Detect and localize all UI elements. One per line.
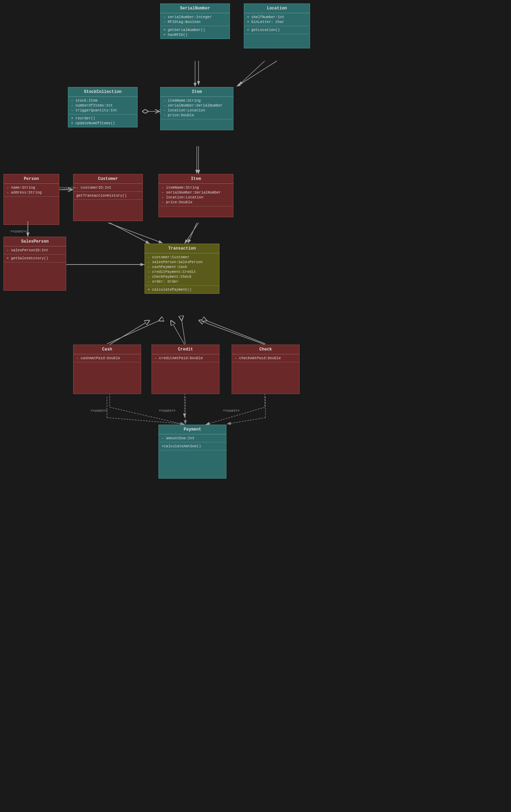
svg-line-13 [171, 320, 185, 345]
class-stock-collection-header: StockCollection [68, 87, 137, 97]
class-person-header: Person [4, 174, 59, 184]
class-sales-person-header: SalesPerson [4, 237, 66, 246]
class-check-empty [232, 362, 299, 394]
class-serial-number: SerialNumber - serialNumber:Integer - RF… [160, 3, 230, 39]
class-location: Location + shelfNumber:Int + binLetter: … [244, 3, 310, 48]
class-payment: Payment - amountDue:Int +calculateAmtDue… [158, 425, 226, 479]
class-person-attrs: - name:String - address:String [4, 184, 59, 197]
class-person: Person - name:String - address:String [3, 174, 59, 225]
class-check-attrs: - checkAmtPaid:Double [232, 354, 299, 362]
class-sales-person-empty [4, 262, 66, 290]
class-location-methods: + getLocation() [244, 26, 310, 34]
diagram-container: SerialNumber - serialNumber:Integer - RF… [0, 0, 511, 812]
uses-label-check-payment: <<uses>> [223, 409, 240, 413]
class-credit: Credit - creditAmtPaid:Double [152, 345, 219, 394]
svg-line-35 [207, 321, 265, 344]
class-credit-attrs: - creditAmtPaid:Double [152, 354, 219, 362]
class-person-methods [4, 197, 59, 224]
class-payment-attrs: - amountDue:Int [159, 434, 226, 442]
class-stock-collection: StockCollection - stock:Item - numberOfI… [68, 87, 138, 127]
svg-line-12 [110, 320, 150, 345]
class-item-teal-header: Item [161, 87, 233, 97]
class-transaction-attrs: - customer:Customer - salesPerson:SalesP… [145, 253, 219, 286]
class-location-header: Location [244, 4, 310, 13]
class-serial-number-attrs: - serialNumber:Integer - RFIDtag:Boolean [161, 13, 230, 26]
class-stock-collection-attrs: - stock:Item - numberOfItems:Int - trigg… [68, 97, 137, 115]
class-cash: Cash - cashAmtPaid:Double [73, 345, 141, 394]
class-sales-person-methods: + getSalesHistory() [4, 254, 66, 262]
class-customer-attrs: - customerID:Int [73, 184, 142, 192]
svg-line-40 [227, 418, 265, 424]
class-item-red-header: Item [159, 174, 233, 184]
uses-label-person-customer: <<uses>> [59, 186, 76, 190]
class-check: Check - checkAmtPaid:Double [232, 345, 300, 394]
uses-label-cash-payment: <<uses>> [91, 409, 107, 413]
uses-label-person-salesperson: <<uses>> [10, 230, 27, 234]
class-stock-collection-methods: + reorder() + updateNumOfItems() [68, 115, 137, 127]
class-item-red: Item - itemName:String - serialNumber:Se… [158, 174, 233, 217]
class-customer-methods: getTransactionHistory() [73, 192, 142, 200]
class-item-red-attrs: - itemName:String - serialNumber:SerialN… [159, 184, 233, 206]
svg-line-25 [237, 61, 277, 86]
class-check-header: Check [232, 345, 299, 354]
class-credit-header: Credit [152, 345, 219, 354]
svg-line-14 [199, 320, 265, 345]
class-transaction-methods: + calculatePayment() [145, 286, 219, 293]
svg-line-31 [188, 223, 197, 243]
class-item-teal-attrs: - itemName:String - serialNumber:SerialN… [161, 97, 233, 119]
class-sales-person: SalesPerson - salesPersonID:Int + getSal… [3, 237, 66, 291]
class-transaction: Transaction - customer:Customer - salesP… [145, 244, 219, 294]
svg-line-37 [107, 418, 184, 424]
class-customer-header: Customer [73, 174, 142, 184]
svg-line-3 [239, 61, 265, 85]
class-item-teal: Item - itemName:String - serialNumber:Se… [160, 87, 233, 130]
class-cash-header: Cash [73, 345, 141, 354]
class-location-attrs: + shelfNumber:Int + binLetter: Char [244, 13, 310, 26]
class-transaction-header: Transaction [145, 244, 219, 253]
class-payment-empty [159, 450, 226, 478]
svg-line-33 [107, 321, 158, 344]
class-location-empty [244, 34, 310, 48]
svg-line-30 [108, 223, 162, 243]
class-payment-methods: +calculateAmtDue() [159, 442, 226, 450]
class-item-red-methods [159, 206, 233, 217]
svg-line-34 [182, 321, 185, 344]
class-customer-empty [73, 200, 142, 221]
class-serial-number-methods: + getSerialNumber() + hasRFID() [161, 26, 230, 39]
class-credit-empty [152, 362, 219, 394]
class-cash-empty [73, 362, 141, 394]
uses-label-credit-payment: <<uses>> [159, 409, 176, 413]
class-serial-number-header: SerialNumber [161, 4, 230, 13]
class-cash-attrs: - cashAmtPaid:Double [73, 354, 141, 362]
class-payment-header: Payment [159, 425, 226, 434]
svg-line-10 [185, 223, 199, 244]
class-customer: Customer - customerID:Int getTransaction… [73, 174, 143, 221]
class-sales-person-attrs: - salesPersonID:Int [4, 246, 66, 254]
class-item-teal-methods [161, 119, 233, 130]
svg-line-9 [110, 223, 150, 244]
